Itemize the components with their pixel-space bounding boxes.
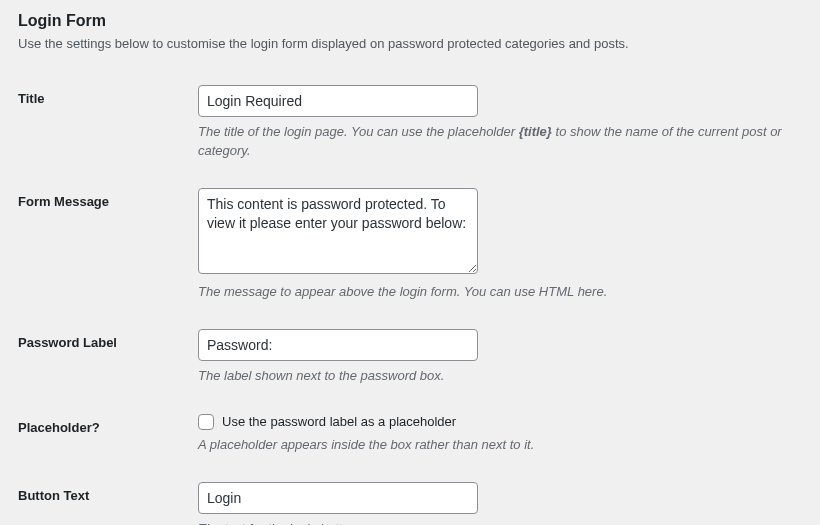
label-password-label: Password Label	[18, 329, 198, 350]
row-button-text: Button Text The text for the login butto…	[18, 468, 802, 525]
label-button-text: Button Text	[18, 482, 198, 503]
row-title: Title The title of the login page. You c…	[18, 71, 802, 174]
button-text-description: The text for the login button.	[198, 520, 802, 525]
row-form-message: Form Message This content is password pr…	[18, 174, 802, 315]
placeholder-checkbox[interactable]	[198, 414, 214, 430]
title-input[interactable]	[198, 85, 478, 117]
placeholder-checkbox-label: Use the password label as a placeholder	[222, 414, 456, 429]
row-placeholder: Placeholder? Use the password label as a…	[18, 400, 802, 468]
form-message-description: The message to appear above the login fo…	[198, 283, 802, 301]
label-form-message: Form Message	[18, 188, 198, 209]
settings-form: Title The title of the login page. You c…	[18, 71, 802, 525]
label-placeholder: Placeholder?	[18, 414, 198, 435]
placeholder-description: A placeholder appears inside the box rat…	[198, 436, 802, 454]
page-title: Login Form	[18, 12, 802, 30]
row-password-label: Password Label The label shown next to t…	[18, 315, 802, 400]
password-label-input[interactable]	[198, 329, 478, 361]
form-message-textarea[interactable]: This content is password protected. To v…	[198, 188, 478, 274]
label-title: Title	[18, 85, 198, 106]
button-text-input[interactable]	[198, 482, 478, 514]
password-label-description: The label shown next to the password box…	[198, 367, 802, 385]
title-description: The title of the login page. You can use…	[198, 123, 802, 159]
page-intro: Use the settings below to customise the …	[18, 36, 802, 51]
